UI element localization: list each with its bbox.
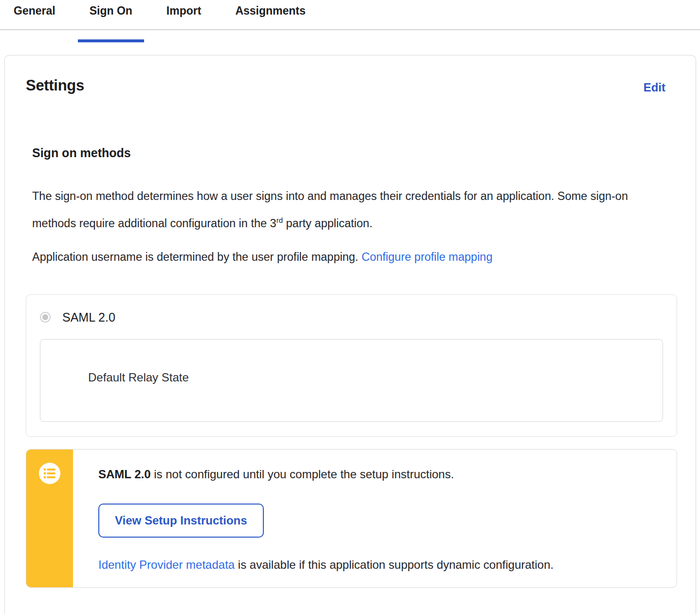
default-relay-state-label: Default Relay State bbox=[88, 371, 189, 384]
edit-link[interactable]: Edit bbox=[644, 81, 665, 94]
callout-footer-rest: is available if this application support… bbox=[235, 558, 553, 571]
tab-import[interactable]: Import bbox=[155, 4, 213, 29]
view-setup-instructions-button[interactable]: View Setup Instructions bbox=[98, 504, 264, 538]
settings-card-header: Settings Edit bbox=[26, 77, 677, 94]
callout-message: SAML 2.0 is not configured until you com… bbox=[98, 467, 657, 482]
saml-radio-button[interactable] bbox=[40, 312, 51, 323]
setup-instructions-callout: SAML 2.0 is not configured until you com… bbox=[26, 449, 677, 588]
callout-message-rest: is not configured until you complete the… bbox=[151, 468, 454, 481]
tab-sign-on[interactable]: Sign On bbox=[78, 4, 144, 29]
sign-on-methods-description: The sign-on method determines how a user… bbox=[32, 184, 636, 235]
saml-radio-label[interactable]: SAML 2.0 bbox=[62, 310, 115, 325]
callout-warning-bar bbox=[26, 450, 73, 587]
list-icon bbox=[39, 463, 60, 486]
configure-profile-mapping-link[interactable]: Configure profile mapping bbox=[362, 251, 493, 263]
tab-bar: General Sign On Import Assignments bbox=[0, 0, 700, 30]
tab-assignments[interactable]: Assignments bbox=[223, 4, 317, 29]
default-relay-state-field: Default Relay State bbox=[40, 339, 663, 422]
identity-provider-metadata-link[interactable]: Identity Provider metadata bbox=[98, 558, 235, 571]
username-mapping-note: Application username is determined by th… bbox=[32, 245, 636, 269]
page-title: Settings bbox=[26, 77, 84, 94]
sign-on-methods-heading: Sign on methods bbox=[32, 146, 677, 160]
tab-general[interactable]: General bbox=[2, 4, 67, 29]
saml-method-box: SAML 2.0 Default Relay State bbox=[26, 294, 677, 437]
saml-radio-row: SAML 2.0 bbox=[40, 310, 663, 325]
username-mapping-text: Application username is determined by th… bbox=[32, 251, 362, 263]
callout-body: SAML 2.0 is not configured until you com… bbox=[73, 450, 677, 587]
callout-message-bold: SAML 2.0 bbox=[98, 468, 151, 481]
description-text-2: party application. bbox=[283, 217, 372, 230]
callout-footer: Identity Provider metadata is available … bbox=[98, 558, 657, 572]
ordinal-superscript: rd bbox=[276, 216, 283, 224]
settings-card: Settings Edit Sign on methods The sign-o… bbox=[4, 55, 696, 614]
